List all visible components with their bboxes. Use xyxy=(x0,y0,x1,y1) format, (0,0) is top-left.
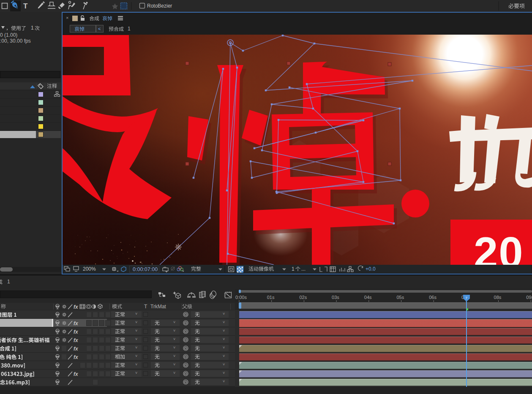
svg-text:+0.0: +0.0 xyxy=(366,266,376,272)
svg-text:fx: fx xyxy=(74,354,79,360)
svg-text:0:00s: 0:00s xyxy=(235,295,247,300)
svg-text:fx: fx xyxy=(74,321,79,326)
svg-text:fx: fx xyxy=(74,337,79,343)
svg-text:02s: 02s xyxy=(299,295,307,300)
svg-text:fx: fx xyxy=(74,371,79,377)
svg-text:20: 20 xyxy=(474,228,524,265)
svg-text:03s: 03s xyxy=(332,295,339,300)
svg-text:fx: fx xyxy=(74,329,79,335)
svg-text:7: 7 xyxy=(465,296,467,300)
svg-text:...: ... xyxy=(301,266,306,272)
svg-text:04s: 04s xyxy=(364,295,372,300)
svg-text:09s: 09s xyxy=(526,295,532,300)
svg-text:05s: 05s xyxy=(397,295,404,300)
svg-text:01s: 01s xyxy=(267,295,275,300)
svg-text:06s: 06s xyxy=(429,295,437,300)
svg-text:fx: fx xyxy=(74,346,79,352)
svg-text:08s: 08s xyxy=(494,295,502,300)
svg-text:1: 1 xyxy=(292,266,295,272)
